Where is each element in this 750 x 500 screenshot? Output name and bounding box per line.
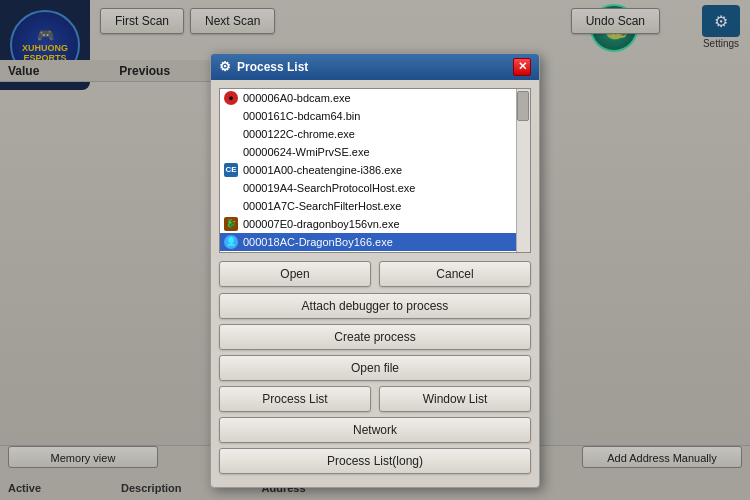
modal-title-left: ⚙ Process List	[219, 59, 308, 74]
process-icon-red: ●	[224, 91, 238, 105]
list-item-selected[interactable]: 👤 000018AC-DragonBoy166.exe	[220, 233, 530, 251]
modal-body: ● 000006A0-bdcam.exe 0000161C-bdcam64.bi…	[211, 80, 539, 487]
process-icon-dragon: 🐉	[224, 217, 238, 231]
modal-titlebar: ⚙ Process List ✕	[211, 54, 539, 80]
modal-title-icon: ⚙	[219, 59, 231, 74]
process-name: 00001A00-cheatengine-i386.exe	[243, 164, 402, 176]
process-name: 00001A7C-SearchFilterHost.exe	[243, 200, 401, 212]
network-button[interactable]: Network	[219, 417, 531, 443]
process-list-long-button[interactable]: Process List(long)	[219, 448, 531, 474]
list-item[interactable]: ● 000006A0-bdcam.exe	[220, 89, 530, 107]
process-listbox[interactable]: ● 000006A0-bdcam.exe 0000161C-bdcam64.bi…	[219, 88, 531, 253]
process-name: 000019A4-SearchProtocolHost.exe	[243, 182, 415, 194]
process-list-button[interactable]: Process List	[219, 386, 371, 412]
process-name: 000006A0-bdcam.exe	[243, 92, 351, 104]
list-item[interactable]: 0000161C-bdcam64.bin	[220, 107, 530, 125]
list-item[interactable]: 000019A4-SearchProtocolHost.exe	[220, 179, 530, 197]
list-item[interactable]: 00001A7C-SearchFilterHost.exe	[220, 197, 530, 215]
process-name: 0000161C-bdcam64.bin	[243, 110, 360, 122]
process-icon-empty5	[224, 199, 238, 213]
list-btn-row: Process List Window List	[219, 386, 531, 412]
process-icon-ce: CE	[224, 163, 238, 177]
cancel-button[interactable]: Cancel	[379, 261, 531, 287]
open-button[interactable]: Open	[219, 261, 371, 287]
process-icon-empty	[224, 109, 238, 123]
process-icon-empty2	[224, 127, 238, 141]
list-item[interactable]: 🐉 000007E0-dragonboy156vn.exe	[220, 215, 530, 233]
create-process-button[interactable]: Create process	[219, 324, 531, 350]
process-name: 0000122C-chrome.exe	[243, 128, 355, 140]
open-cancel-row: Open Cancel	[219, 261, 531, 287]
process-name-selected: 000018AC-DragonBoy166.exe	[243, 236, 393, 248]
process-icon-empty4	[224, 181, 238, 195]
window-list-button[interactable]: Window List	[379, 386, 531, 412]
process-icon-empty3	[224, 145, 238, 159]
modal-title: Process List	[237, 60, 308, 74]
process-name: 00000624-WmiPrvSE.exe	[243, 146, 370, 158]
process-icon-person: 👤	[224, 235, 238, 249]
attach-debugger-button[interactable]: Attach debugger to process	[219, 293, 531, 319]
list-item[interactable]: CE 00001A00-cheatengine-i386.exe	[220, 161, 530, 179]
scrollbar-track[interactable]	[516, 89, 530, 252]
modal-close-button[interactable]: ✕	[513, 58, 531, 76]
open-file-button[interactable]: Open file	[219, 355, 531, 381]
list-item[interactable]: 00000624-WmiPrvSE.exe	[220, 143, 530, 161]
app-background: 🎮 XUHUONG ESPORTS 🐍 First Scan Next Scan…	[0, 0, 750, 500]
list-item[interactable]: 0000122C-chrome.exe	[220, 125, 530, 143]
process-name: 000007E0-dragonboy156vn.exe	[243, 218, 400, 230]
modal-overlay: ⚙ Process List ✕ ● 000006A0-bdcam.exe 00	[0, 0, 750, 500]
process-list-modal: ⚙ Process List ✕ ● 000006A0-bdcam.exe 00	[210, 53, 540, 488]
scrollbar-thumb[interactable]	[517, 91, 529, 121]
